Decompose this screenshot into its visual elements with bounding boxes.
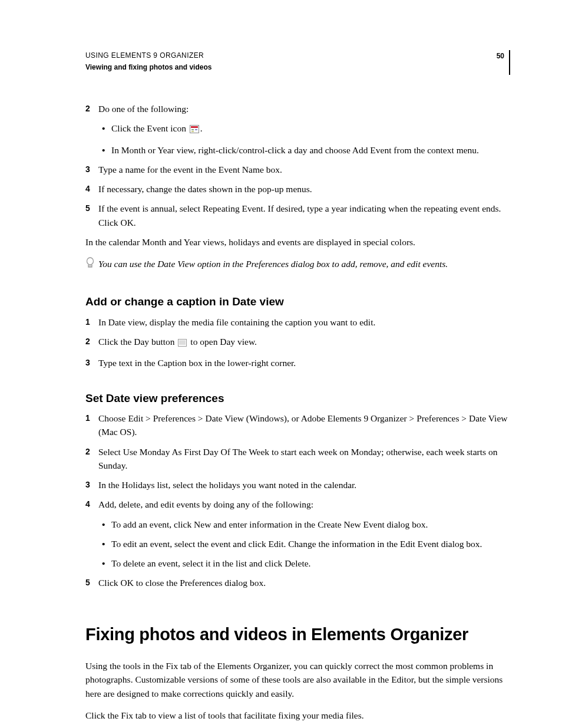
text: to open Day view. [190,337,257,347]
heading-set-preferences: Set Date view preferences [85,390,509,407]
bullet-dot: • [98,121,111,135]
step-text: In the Holidays list, select the holiday… [98,478,509,492]
bullet-text: To add an event, click New and enter inf… [111,518,509,531]
step-3: 3 Type a name for the event in the Event… [85,163,509,176]
step-text: If necessary, change the dates shown in … [98,182,509,196]
svg-rect-3 [195,129,197,130]
bullet-item: • To add an event, click New and enter i… [98,518,509,531]
step-3: 3 In the Holidays list, select the holid… [85,478,509,492]
text: Click the Event icon [111,123,189,133]
bullet-item: • In Month or Year view, right-click/con… [98,143,509,157]
step-number: 2 [85,445,98,458]
bullet-dot: • [98,143,111,157]
step-text: In Date view, display the media file con… [98,315,509,329]
step-3: 3 Type text in the Caption box in the lo… [85,356,509,370]
page-number: 50 [497,51,504,61]
heading-add-caption: Add or change a caption in Date view [85,294,509,311]
step-5: 5 Click OK to close the Preferences dial… [85,576,509,589]
step-2: 2 Click the Day button to open Day view. [85,335,509,350]
step-number: 1 [85,315,98,328]
step-number: 3 [85,163,98,176]
lightbulb-icon [85,257,98,274]
bullet-item: • Click the Event icon . [98,121,509,137]
bullet-item: • To delete an event, select it in the l… [98,556,509,570]
step-4: 4 If necessary, change the dates shown i… [85,182,509,196]
step-text: Click OK to close the Preferences dialog… [98,576,509,589]
paragraph: Using the tools in the Fix tab of the El… [85,659,509,700]
svg-rect-1 [191,126,198,128]
text: Click the Day button [98,337,177,347]
step-number: 2 [85,335,98,348]
bullet-text: In Month or Year view, right-click/contr… [111,143,509,157]
step-number: 1 [85,411,98,424]
step-text: Type text in the Caption box in the lowe… [98,356,509,370]
event-icon [190,123,199,137]
svg-rect-2 [191,129,194,130]
header-border [509,50,510,75]
page: 50 USING ELEMENTS 9 ORGANIZER Viewing an… [0,0,562,728]
step-1: 1 In Date view, display the media file c… [85,315,509,329]
step-4: 4 Add, delete, and edit events by doing … [85,498,509,511]
tip: You can use the Date View option in the … [85,257,509,274]
bullet-dot: • [98,537,111,551]
step-number: 3 [85,356,98,369]
paragraph: In the calendar Month and Year views, ho… [85,235,509,249]
step-text: Choose Edit > Preferences > Date View (W… [98,411,509,439]
svg-rect-4 [191,131,194,132]
bullet-dot: • [98,518,111,531]
step-number: 5 [85,576,98,589]
heading-fixing-photos: Fixing photos and videos in Elements Org… [85,622,509,648]
svg-point-5 [87,258,94,265]
bullet-text: To delete an event, select it in the lis… [111,556,509,570]
step-number: 4 [85,498,98,510]
step-text: Do one of the following: [98,102,509,116]
step-5: 5 If the event is annual, select Repeati… [85,202,509,229]
step-number: 5 [85,202,98,215]
day-button-icon [178,337,187,350]
running-head: USING ELEMENTS 9 ORGANIZER [85,50,509,61]
step-text: Click the Day button to open Day view. [98,335,509,350]
text: . [200,123,203,133]
bullet-text: To edit an event, select the event and c… [111,537,509,551]
step-text: If the event is annual, select Repeating… [98,202,509,229]
step-text: Type a name for the event in the Event N… [98,163,509,176]
paragraph: Click the Fix tab to view a list of tool… [85,709,509,722]
step-1: 1 Choose Edit > Preferences > Date View … [85,411,509,439]
step-2: 2 Select Use Monday As First Day Of The … [85,445,509,473]
bullet-dot: • [98,556,111,570]
step-number: 2 [85,102,98,115]
bullet-text: Click the Event icon . [111,121,509,137]
bullet-item: • To edit an event, select the event and… [98,537,509,551]
step-2: 2 Do one of the following: [85,102,509,116]
tip-text: You can use the Date View option in the … [98,257,509,271]
step-text: Add, delete, and edit events by doing an… [98,498,509,511]
step-text: Select Use Monday As First Day Of The We… [98,445,509,473]
step-number: 4 [85,182,98,195]
running-sub: Viewing and fixing photos and videos [85,62,509,73]
step-number: 3 [85,478,98,491]
